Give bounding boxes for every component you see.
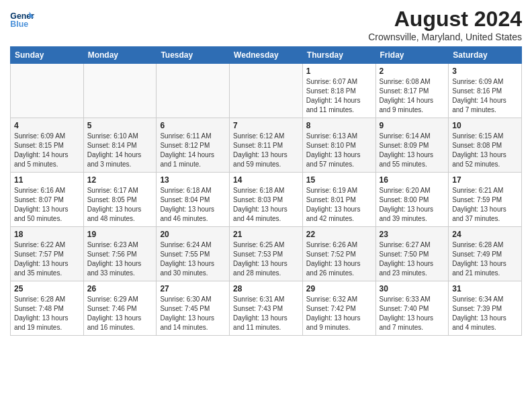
calendar-cell: 25Sunrise: 6:28 AM Sunset: 7:48 PM Dayli… [11,281,84,336]
calendar-cell [83,64,157,118]
calendar-cell: 12Sunrise: 6:17 AM Sunset: 8:05 PM Dayli… [83,173,157,227]
month-year: August 2024 [368,7,522,32]
calendar-cell: 9Sunrise: 6:14 AM Sunset: 8:09 PM Daylig… [375,118,449,173]
calendar-week-4: 18Sunrise: 6:22 AM Sunset: 7:57 PM Dayli… [11,227,522,281]
day-number: 29 [306,284,372,293]
day-info: Sunrise: 6:30 AM Sunset: 7:45 PM Dayligh… [160,295,226,332]
calendar-cell: 29Sunrise: 6:32 AM Sunset: 7:42 PM Dayli… [302,281,375,336]
day-info: Sunrise: 6:09 AM Sunset: 8:15 PM Dayligh… [14,132,80,169]
calendar-cell: 7Sunrise: 6:12 AM Sunset: 8:11 PM Daylig… [230,118,303,173]
calendar-cell: 31Sunrise: 6:34 AM Sunset: 7:39 PM Dayli… [449,281,522,336]
day-number: 23 [380,230,445,239]
title-block: August 2024 Crownsville, Maryland, Unite… [368,7,522,42]
calendar-cell: 6Sunrise: 6:11 AM Sunset: 8:12 PM Daylig… [157,118,230,173]
day-number: 19 [87,230,153,239]
column-header-tuesday: Tuesday [157,47,230,64]
day-number: 25 [14,284,80,293]
day-info: Sunrise: 6:13 AM Sunset: 8:10 PM Dayligh… [306,132,372,169]
day-info: Sunrise: 6:21 AM Sunset: 7:59 PM Dayligh… [452,186,518,224]
day-number: 13 [160,175,226,185]
day-info: Sunrise: 6:15 AM Sunset: 8:08 PM Dayligh… [452,132,518,169]
day-info: Sunrise: 6:27 AM Sunset: 7:50 PM Dayligh… [380,240,445,278]
calendar-cell: 22Sunrise: 6:26 AM Sunset: 7:52 PM Dayli… [302,227,375,281]
calendar-cell: 4Sunrise: 6:09 AM Sunset: 8:15 PM Daylig… [11,118,84,173]
calendar-cell [230,64,303,118]
calendar-cell: 24Sunrise: 6:28 AM Sunset: 7:49 PM Dayli… [449,227,522,281]
day-info: Sunrise: 6:11 AM Sunset: 8:12 PM Dayligh… [160,132,226,169]
calendar-cell: 30Sunrise: 6:33 AM Sunset: 7:40 PM Dayli… [375,281,449,336]
day-number: 28 [233,284,299,293]
day-number: 9 [380,121,445,130]
page-header: General Blue August 2024 Crownsville, Ma… [10,7,522,42]
calendar-cell: 18Sunrise: 6:22 AM Sunset: 7:57 PM Dayli… [11,227,84,281]
calendar-cell: 13Sunrise: 6:18 AM Sunset: 8:04 PM Dayli… [157,173,230,227]
day-info: Sunrise: 6:32 AM Sunset: 7:42 PM Dayligh… [306,295,372,332]
day-info: Sunrise: 6:34 AM Sunset: 7:39 PM Dayligh… [452,295,518,332]
column-header-monday: Monday [83,47,157,64]
column-header-friday: Friday [375,47,449,64]
day-number: 3 [452,66,518,76]
day-info: Sunrise: 6:29 AM Sunset: 7:46 PM Dayligh… [87,295,153,332]
day-info: Sunrise: 6:14 AM Sunset: 8:09 PM Dayligh… [380,132,445,169]
day-number: 5 [87,121,153,130]
day-info: Sunrise: 6:33 AM Sunset: 7:40 PM Dayligh… [380,295,445,332]
day-info: Sunrise: 6:18 AM Sunset: 8:03 PM Dayligh… [233,186,299,224]
calendar-week-2: 4Sunrise: 6:09 AM Sunset: 8:15 PM Daylig… [11,118,522,173]
calendar-cell: 23Sunrise: 6:27 AM Sunset: 7:50 PM Dayli… [375,227,449,281]
day-number: 22 [306,230,372,239]
day-info: Sunrise: 6:25 AM Sunset: 7:53 PM Dayligh… [233,240,299,278]
day-info: Sunrise: 6:28 AM Sunset: 7:49 PM Dayligh… [452,240,518,278]
day-number: 21 [233,230,299,239]
calendar-cell: 20Sunrise: 6:24 AM Sunset: 7:55 PM Dayli… [157,227,230,281]
calendar-cell: 14Sunrise: 6:18 AM Sunset: 8:03 PM Dayli… [230,173,303,227]
day-number: 6 [160,121,226,130]
day-info: Sunrise: 6:16 AM Sunset: 8:07 PM Dayligh… [14,186,80,224]
day-info: Sunrise: 6:08 AM Sunset: 8:17 PM Dayligh… [380,77,445,115]
calendar-cell: 26Sunrise: 6:29 AM Sunset: 7:46 PM Dayli… [83,281,157,336]
calendar-cell [11,64,84,118]
day-info: Sunrise: 6:24 AM Sunset: 7:55 PM Dayligh… [160,240,226,278]
day-info: Sunrise: 6:19 AM Sunset: 8:01 PM Dayligh… [306,186,372,224]
day-info: Sunrise: 6:31 AM Sunset: 7:43 PM Dayligh… [233,295,299,332]
column-header-sunday: Sunday [11,47,84,64]
day-info: Sunrise: 6:20 AM Sunset: 8:00 PM Dayligh… [380,186,445,224]
calendar-cell: 11Sunrise: 6:16 AM Sunset: 8:07 PM Dayli… [11,173,84,227]
day-info: Sunrise: 6:22 AM Sunset: 7:57 PM Dayligh… [14,240,80,278]
day-info: Sunrise: 6:23 AM Sunset: 7:56 PM Dayligh… [87,240,153,278]
logo: General Blue [10,9,37,30]
day-info: Sunrise: 6:12 AM Sunset: 8:11 PM Dayligh… [233,132,299,169]
day-info: Sunrise: 6:10 AM Sunset: 8:14 PM Dayligh… [87,132,153,169]
day-info: Sunrise: 6:07 AM Sunset: 8:18 PM Dayligh… [306,77,372,115]
day-number: 17 [452,175,518,185]
column-header-thursday: Thursday [302,47,375,64]
calendar-header-row: SundayMondayTuesdayWednesdayThursdayFrid… [11,47,522,64]
day-number: 14 [233,175,299,185]
day-number: 12 [87,175,153,185]
calendar-cell: 28Sunrise: 6:31 AM Sunset: 7:43 PM Dayli… [230,281,303,336]
calendar-cell: 1Sunrise: 6:07 AM Sunset: 8:18 PM Daylig… [302,64,375,118]
day-info: Sunrise: 6:18 AM Sunset: 8:04 PM Dayligh… [160,186,226,224]
day-info: Sunrise: 6:17 AM Sunset: 8:05 PM Dayligh… [87,186,153,224]
day-info: Sunrise: 6:26 AM Sunset: 7:52 PM Dayligh… [306,240,372,278]
calendar-week-5: 25Sunrise: 6:28 AM Sunset: 7:48 PM Dayli… [11,281,522,336]
calendar-week-1: 1Sunrise: 6:07 AM Sunset: 8:18 PM Daylig… [11,64,522,118]
day-number: 26 [87,284,153,293]
calendar-cell: 3Sunrise: 6:09 AM Sunset: 8:16 PM Daylig… [449,64,522,118]
calendar-cell: 21Sunrise: 6:25 AM Sunset: 7:53 PM Dayli… [230,227,303,281]
day-number: 18 [14,230,80,239]
calendar-cell: 19Sunrise: 6:23 AM Sunset: 7:56 PM Dayli… [83,227,157,281]
day-number: 20 [160,230,226,239]
calendar-table: SundayMondayTuesdayWednesdayThursdayFrid… [10,46,522,336]
calendar-cell: 16Sunrise: 6:20 AM Sunset: 8:00 PM Dayli… [375,173,449,227]
calendar-cell: 2Sunrise: 6:08 AM Sunset: 8:17 PM Daylig… [375,64,449,118]
day-number: 15 [306,175,372,185]
day-number: 10 [452,121,518,130]
day-number: 1 [306,66,372,76]
column-header-wednesday: Wednesday [230,47,303,64]
location: Crownsville, Maryland, United States [368,32,522,42]
day-number: 7 [233,121,299,130]
calendar-cell: 15Sunrise: 6:19 AM Sunset: 8:01 PM Dayli… [302,173,375,227]
day-number: 24 [452,230,518,239]
day-number: 16 [380,175,445,185]
calendar-cell: 8Sunrise: 6:13 AM Sunset: 8:10 PM Daylig… [302,118,375,173]
